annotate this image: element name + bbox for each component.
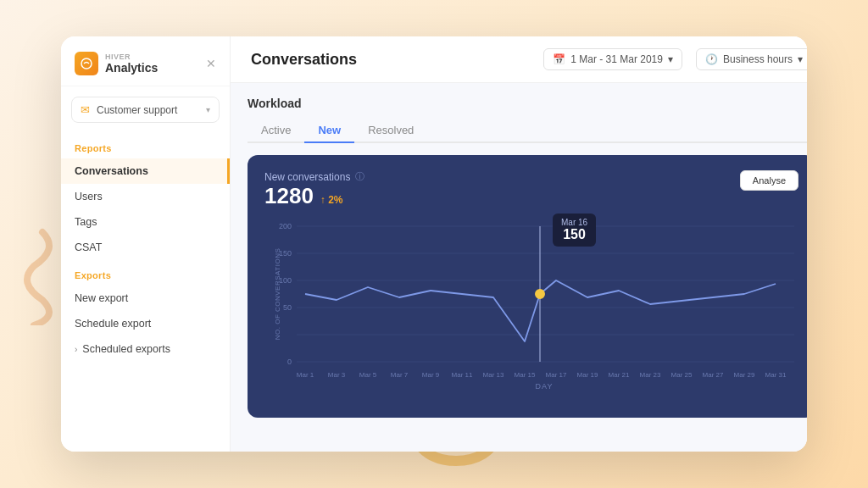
logo-icon: [75, 52, 98, 75]
chart-header: New conversations ⓘ 1280 ↑ 2% Analyse: [264, 170, 798, 211]
inbox-dropdown[interactable]: ✉ Customer support ▾: [71, 97, 220, 123]
sidebar-brand: HIVER Analytics: [105, 53, 158, 75]
svg-text:NO. OF CONVERSATIONS: NO. OF CONVERSATIONS: [274, 248, 281, 341]
chart-title-area: New conversations ⓘ: [264, 170, 364, 183]
main-body: Workload Active New Resolved New convers…: [231, 83, 807, 452]
sidebar-item-tags-label: Tags: [75, 216, 97, 228]
svg-text:Mar 21: Mar 21: [609, 371, 630, 379]
clock-icon: 🕐: [705, 53, 718, 65]
sidebar-item-csat[interactable]: CSAT: [61, 235, 230, 260]
business-hours-label: Business hours: [723, 53, 793, 65]
chart-svg-wrapper: Mar 16 150 200 150 100: [264, 218, 798, 399]
sidebar-item-schedule-export-label: Schedule export: [75, 318, 151, 330]
svg-text:Mar 17: Mar 17: [546, 371, 567, 379]
sidebar-item-scheduled-exports-label: Scheduled exports: [82, 343, 170, 355]
svg-text:Mar 13: Mar 13: [483, 371, 504, 379]
date-range-button[interactable]: 📅 1 Mar - 31 Mar 2019 ▾: [543, 48, 682, 70]
tab-new[interactable]: New: [304, 119, 354, 143]
sidebar-item-schedule-export[interactable]: Schedule export: [61, 311, 230, 336]
svg-text:Mar 5: Mar 5: [359, 371, 377, 379]
inbox-icon: ✉: [81, 103, 90, 116]
svg-text:Mar 7: Mar 7: [391, 371, 409, 379]
svg-text:Mar 23: Mar 23: [640, 371, 661, 379]
sidebar-item-users-label: Users: [75, 191, 103, 202]
business-hours-chevron-icon: ▾: [798, 53, 803, 65]
brand-hiver-label: HIVER: [105, 53, 158, 61]
date-range-chevron-icon: ▾: [668, 53, 673, 65]
brand-analytics-label: Analytics: [105, 61, 158, 75]
sidebar-item-conversations[interactable]: Conversations: [61, 158, 230, 184]
sidebar-item-users[interactable]: Users: [61, 184, 230, 209]
reports-section-label: Reports: [61, 133, 230, 158]
main-window: HIVER Analytics ✕ ✉ Customer support ▾ R…: [61, 36, 807, 452]
business-hours-button[interactable]: 🕐 Business hours ▾: [696, 48, 807, 70]
info-icon[interactable]: ⓘ: [355, 170, 364, 183]
svg-text:Mar 29: Mar 29: [734, 371, 755, 379]
sidebar-item-tags[interactable]: Tags: [61, 209, 230, 235]
sidebar-item-new-export[interactable]: New export: [61, 286, 230, 311]
chart-container: New conversations ⓘ 1280 ↑ 2% Analyse Ma…: [248, 155, 807, 418]
svg-text:Mar 3: Mar 3: [328, 371, 346, 379]
main-header: Conversations 📅 1 Mar - 31 Mar 2019 ▾ 🕐 …: [231, 36, 807, 83]
svg-point-32: [536, 290, 544, 298]
header-controls: 📅 1 Mar - 31 Mar 2019 ▾ 🕐 Business hours…: [543, 48, 807, 70]
svg-text:0: 0: [287, 358, 292, 366]
svg-text:Mar 15: Mar 15: [515, 371, 536, 379]
sidebar-header: HIVER Analytics ✕: [61, 36, 230, 86]
sidebar-item-csat-label: CSAT: [75, 241, 102, 253]
exports-section-label: Exports: [61, 260, 230, 286]
workload-title: Workload: [248, 97, 807, 110]
tab-active[interactable]: Active: [248, 119, 304, 143]
expand-icon: ›: [75, 345, 77, 354]
svg-text:Mar 11: Mar 11: [452, 371, 473, 379]
chevron-down-icon: ▾: [206, 105, 210, 114]
date-range-label: 1 Mar - 31 Mar 2019: [570, 53, 663, 65]
svg-text:200: 200: [279, 222, 292, 230]
close-icon[interactable]: ✕: [206, 57, 216, 70]
svg-text:Mar 1: Mar 1: [297, 371, 314, 379]
chart-change-value: ↑ 2%: [320, 194, 343, 206]
chart-title-section: New conversations ⓘ 1280 ↑ 2%: [264, 170, 364, 211]
tabs-row: Active New Resolved: [248, 119, 807, 143]
svg-text:Mar 9: Mar 9: [422, 371, 440, 379]
svg-text:Mar 31: Mar 31: [765, 371, 787, 379]
svg-point-1: [81, 58, 92, 69]
inbox-dropdown-label: Customer support: [97, 104, 177, 116]
main-content: Conversations 📅 1 Mar - 31 Mar 2019 ▾ 🕐 …: [231, 36, 807, 452]
sidebar-item-new-export-label: New export: [75, 292, 128, 304]
tab-resolved[interactable]: Resolved: [354, 119, 427, 143]
svg-text:Mar 27: Mar 27: [703, 371, 724, 379]
sidebar-item-conversations-label: Conversations: [75, 165, 148, 177]
svg-text:DAY: DAY: [536, 382, 554, 391]
chart-title-text: New conversations: [264, 171, 350, 183]
page-title: Conversations: [251, 51, 357, 69]
svg-text:50: 50: [283, 303, 292, 312]
svg-text:Mar 25: Mar 25: [671, 371, 693, 379]
sidebar-item-scheduled-exports[interactable]: › Scheduled exports: [61, 336, 230, 362]
chart-total-value: 1280: [264, 183, 314, 209]
analyse-button[interactable]: Analyse: [740, 170, 798, 191]
sidebar: HIVER Analytics ✕ ✉ Customer support ▾ R…: [61, 36, 231, 452]
calendar-icon: 📅: [553, 53, 565, 65]
chart-svg: 200 150 100 50 0 Mar 1 Mar 3 Mar 5 Mar 7…: [264, 218, 798, 396]
chart-stats: 1280 ↑ 2%: [264, 183, 364, 211]
svg-text:Mar 19: Mar 19: [577, 371, 598, 379]
logo-area: HIVER Analytics: [75, 52, 158, 75]
